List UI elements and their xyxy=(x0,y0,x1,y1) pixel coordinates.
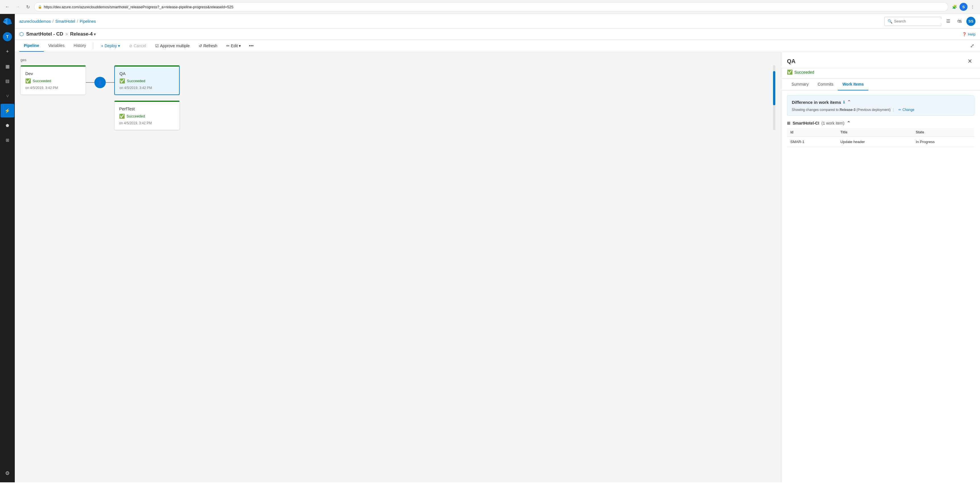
breadcrumb-section[interactable]: Pipelines xyxy=(80,19,96,24)
deploy-icon: + xyxy=(101,43,103,48)
sidebar-settings[interactable]: ⚙ xyxy=(0,467,14,480)
connector-line-1 xyxy=(86,82,94,83)
approve-multiple-button[interactable]: ☑ Approve multiple xyxy=(152,42,193,50)
panel-title: QA xyxy=(787,58,965,65)
azure-devops-logo[interactable] xyxy=(2,16,13,26)
panel-tabs: Summary Commits Work Items xyxy=(781,78,980,91)
col-state: State xyxy=(912,128,974,137)
info-icon[interactable]: ℹ xyxy=(843,100,845,104)
tab-history[interactable]: History xyxy=(69,40,91,52)
pipeline-header: ⬡ SmartHotel - CD > Release-4 ▾ ❓ Help xyxy=(15,29,980,40)
shopping-bag-icon[interactable]: 🛍 xyxy=(955,17,964,26)
stage-card-perftest[interactable]: PerfTest ✅ Succeeded on 4/5/2019, 3:42 P… xyxy=(114,101,180,130)
breadcrumb-sep-2: / xyxy=(77,19,78,24)
scroll-track xyxy=(773,65,775,130)
artifact-collapse-icon[interactable]: ⌃ xyxy=(847,120,850,126)
stage-date-qa: on 4/5/2019, 3:42 PM xyxy=(119,86,175,90)
tab-variables[interactable]: Variables xyxy=(44,40,69,52)
diff-pipe: | xyxy=(893,107,894,112)
artifact-icon: ⊞ xyxy=(787,121,791,126)
stage-status-text-qa: Succeeded xyxy=(127,79,145,83)
help-link[interactable]: ❓ Help xyxy=(962,32,975,37)
user-avatar[interactable]: SS xyxy=(966,17,975,26)
search-box[interactable]: 🔍 xyxy=(885,17,941,26)
stage-status-dev: ✅ Succeeded xyxy=(25,78,81,84)
notifications-icon[interactable]: ☰ xyxy=(943,17,953,26)
search-input[interactable] xyxy=(894,19,942,23)
edit-label: Edit xyxy=(231,43,238,48)
breadcrumb-org[interactable]: azureclouddemos xyxy=(19,19,51,24)
panel-status-text: Succeeded xyxy=(794,70,814,75)
panel-tab-work-items[interactable]: Work Items xyxy=(838,78,868,91)
approve-label: Approve multiple xyxy=(160,43,189,48)
breadcrumb-project[interactable]: SmartHotel xyxy=(55,19,75,24)
address-bar[interactable]: 🔒 https://dev.azure.com/azureclouddemos/… xyxy=(34,2,948,11)
diff-description: Showing changes compared to Release-3 (P… xyxy=(792,108,891,112)
connector-person-icon: 👤 xyxy=(97,80,103,85)
sidebar-item-avatar[interactable]: T xyxy=(0,30,14,43)
table-header-row: Id Title State xyxy=(787,128,974,137)
sidebar-item-boards[interactable]: ▤ xyxy=(0,74,14,88)
stage-card-dev[interactable]: Dev ✅ Succeeded on 4/5/2019, 3:42 PM xyxy=(21,65,86,95)
breadcrumb-sep-1: / xyxy=(52,19,54,24)
panel-status: ✅ Succeeded xyxy=(781,68,980,78)
pipeline-name: SmartHotel - CD xyxy=(26,31,63,37)
right-panel: QA ✕ ✅ Succeeded Summary Commits Work It… xyxy=(781,52,980,482)
success-icon-qa: ✅ xyxy=(119,78,125,84)
browser-user-avatar[interactable]: S xyxy=(959,3,967,11)
col-title: Title xyxy=(837,128,912,137)
change-label: Change xyxy=(902,108,914,112)
back-button[interactable]: ← xyxy=(3,3,11,11)
browser-more-button[interactable]: ⋮ xyxy=(969,3,977,11)
panel-close-button[interactable]: ✕ xyxy=(965,57,974,66)
header-right-icons: ☰ 🛍 SS xyxy=(943,17,975,26)
refresh-label: Refresh xyxy=(203,43,217,48)
panel-tab-summary[interactable]: Summary xyxy=(787,78,813,91)
lock-icon: 🔒 xyxy=(38,5,42,9)
breadcrumb: azureclouddemos / SmartHotel / Pipelines xyxy=(19,19,882,24)
success-icon-perftest: ✅ xyxy=(119,113,125,119)
tab-pipeline[interactable]: Pipeline xyxy=(19,40,44,52)
deploy-label: Deploy xyxy=(105,43,117,48)
tab-bar: Pipeline Variables History + Deploy ▾ ⊘ … xyxy=(15,40,980,52)
table-row: SMAR-1 Update header In Progress xyxy=(787,137,974,147)
pipeline-definition-icon: ⬡ xyxy=(19,31,24,37)
reload-button[interactable]: ↻ xyxy=(24,3,32,11)
artifact-count: (1 work item) xyxy=(821,121,845,126)
sidebar-item-testplans[interactable]: ⬟ xyxy=(0,119,14,132)
change-link[interactable]: ✏ Change xyxy=(899,108,914,112)
forward-button[interactable]: → xyxy=(14,3,22,11)
refresh-icon: ↺ xyxy=(199,43,202,48)
sidebar-item-add[interactable]: + xyxy=(0,45,14,58)
more-options-button[interactable]: ••• xyxy=(247,41,256,50)
stage-card-qa[interactable]: QA ✅ Succeeded on 4/5/2019, 3:42 PM xyxy=(114,65,180,95)
expand-button[interactable]: ⤢ xyxy=(969,41,975,50)
diff-header: Difference in work items ℹ ⌃ Showing cha… xyxy=(787,95,974,116)
main-content: azureclouddemos / SmartHotel / Pipelines… xyxy=(15,14,980,482)
release-dropdown-btn[interactable]: ▾ xyxy=(94,32,96,37)
connector-dev-qa: 👤 xyxy=(86,77,114,88)
edit-button[interactable]: ✏ Edit ▾ xyxy=(223,42,244,50)
deploy-button[interactable]: + Deploy ▾ xyxy=(98,42,124,50)
canvas-scroll[interactable]: ges Dev ✅ Succeeded on 4/5/2019, 3:42 PM xyxy=(15,52,781,482)
repos-icon: ⑂ xyxy=(6,94,9,99)
edit-change-icon: ✏ xyxy=(899,108,901,112)
diff-collapse-icon[interactable]: ⌃ xyxy=(847,99,851,105)
sidebar-item-artifacts[interactable]: ⊞ xyxy=(0,133,14,147)
sidebar-item-pipelines[interactable]: ⚡ xyxy=(0,104,14,118)
refresh-button[interactable]: ↺ Refresh xyxy=(195,42,221,50)
stage-name-qa: QA xyxy=(119,71,175,76)
artifact-section: ⊞ SmartHotel-CI (1 work item) ⌃ Id Title xyxy=(787,120,974,147)
panel-tab-commits[interactable]: Commits xyxy=(813,78,838,91)
artifact-header: ⊞ SmartHotel-CI (1 work item) ⌃ xyxy=(787,120,974,126)
work-item-id[interactable]: SMAR-1 xyxy=(787,137,837,147)
browser-actions: 🧩 S ⋮ xyxy=(950,3,977,11)
extensions-icon[interactable]: 🧩 xyxy=(950,3,958,11)
cancel-button[interactable]: ⊘ Cancel xyxy=(126,42,150,50)
sidebar-item-repos[interactable]: ⑂ xyxy=(0,89,14,103)
connector-circle[interactable]: 👤 xyxy=(94,77,106,88)
panel-status-icon: ✅ xyxy=(787,69,793,75)
table-head: Id Title State xyxy=(787,128,974,137)
sidebar-avatar-letter: T xyxy=(3,32,12,41)
sidebar-item-dashboards[interactable]: ▦ xyxy=(0,59,14,73)
